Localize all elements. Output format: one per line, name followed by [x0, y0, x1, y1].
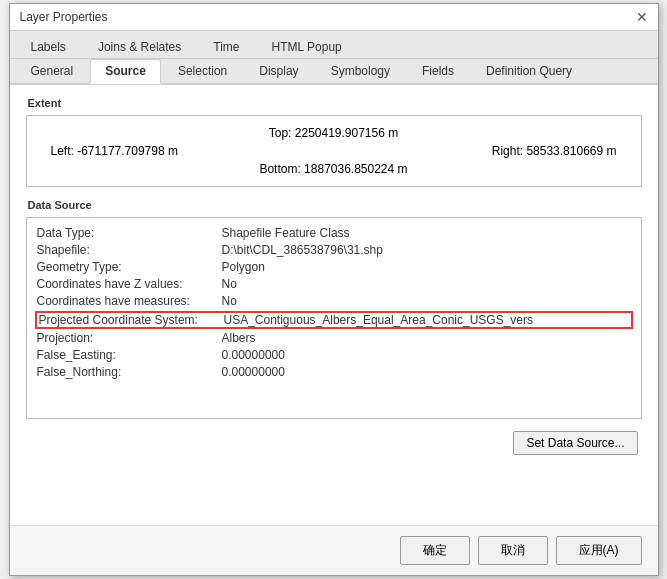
confirm-button[interactable]: 确定	[400, 536, 470, 565]
extent-left: Left: -671177.709798 m	[41, 144, 234, 158]
ds-row-datatype: Data Type: Shapefile Feature Class	[37, 226, 631, 240]
tab-display[interactable]: Display	[244, 59, 313, 83]
extent-top: Top: 2250419.907156 m	[41, 126, 627, 140]
ds-row-measures: Coordinates have measures: No	[37, 294, 631, 308]
extent-box: Top: 2250419.907156 m Left: -671177.7097…	[26, 115, 642, 187]
layer-properties-window: Layer Properties ✕ Labels Joins & Relate…	[9, 3, 659, 576]
tab-joins-relates[interactable]: Joins & Relates	[83, 35, 196, 58]
extent-bottom: Bottom: 1887036.850224 m	[41, 162, 627, 176]
content-area: Extent Top: 2250419.907156 m Left: -6711…	[10, 85, 658, 525]
bottom-buttons: 确定 取消 应用(A)	[10, 525, 658, 575]
window-title: Layer Properties	[20, 10, 108, 24]
close-button[interactable]: ✕	[636, 10, 648, 24]
title-bar: Layer Properties ✕	[10, 4, 658, 31]
tab-fields[interactable]: Fields	[407, 59, 469, 83]
tab-labels[interactable]: Labels	[16, 35, 81, 58]
ds-row-shapefile: Shapefile: D:\bit\CDL_386538796\31.shp	[37, 243, 631, 257]
apply-button[interactable]: 应用(A)	[556, 536, 642, 565]
cancel-button[interactable]: 取消	[478, 536, 548, 565]
datasource-scroll[interactable]: Data Type: Shapefile Feature Class Shape…	[27, 218, 641, 418]
ds-row-zvalues: Coordinates have Z values: No	[37, 277, 631, 291]
ds-row-projected-crs: Projected Coordinate System: USA_Contigu…	[35, 311, 633, 329]
tab-source[interactable]: Source	[90, 59, 161, 84]
tab-time[interactable]: Time	[198, 35, 254, 58]
ds-row-geometry: Geometry Type: Polygon	[37, 260, 631, 274]
datasource-label: Data Source	[26, 199, 642, 211]
datasource-box: Data Type: Shapefile Feature Class Shape…	[26, 217, 642, 419]
tabs-row1: Labels Joins & Relates Time HTML Popup	[10, 31, 658, 59]
tabs-row2: General Source Selection Display Symbolo…	[10, 59, 658, 85]
ds-row-false-easting: False_Easting: 0.00000000	[37, 348, 631, 362]
ds-row-false-northing: False_Northing: 0.00000000	[37, 365, 631, 379]
tab-general[interactable]: General	[16, 59, 89, 83]
tab-html-popup[interactable]: HTML Popup	[256, 35, 356, 58]
ds-row-projection: Projection: Albers	[37, 331, 631, 345]
extent-label: Extent	[26, 97, 642, 109]
tab-symbology[interactable]: Symbology	[316, 59, 405, 83]
extent-center-empty	[237, 144, 430, 158]
tab-definition-query[interactable]: Definition Query	[471, 59, 587, 83]
set-datasource-button[interactable]: Set Data Source...	[513, 431, 637, 455]
tab-selection[interactable]: Selection	[163, 59, 242, 83]
extent-right: Right: 58533.810669 m	[434, 144, 627, 158]
